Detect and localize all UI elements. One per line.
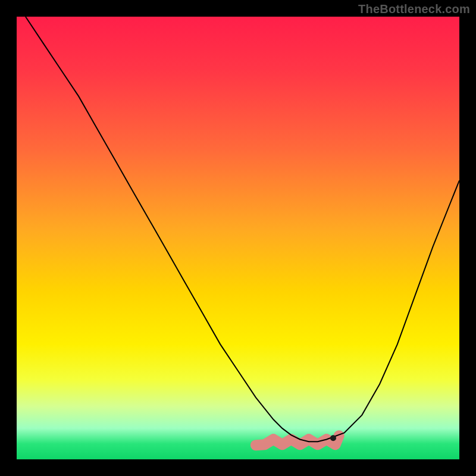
sweet-spot-marker xyxy=(256,436,339,445)
chart-stage: TheBottleneck.com xyxy=(0,0,476,476)
chart-svg xyxy=(17,17,459,459)
plot-area xyxy=(17,17,459,459)
gradient-background xyxy=(17,17,459,459)
highlight-dot xyxy=(330,435,336,441)
watermark-text: TheBottleneck.com xyxy=(358,2,470,16)
